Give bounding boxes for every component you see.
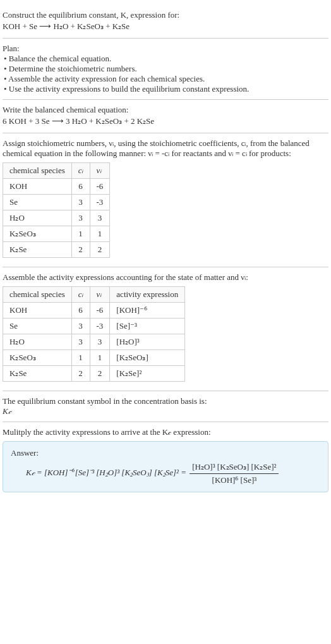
- v-cell: -3: [90, 319, 110, 334]
- species-cell: H₂O: [3, 210, 72, 226]
- answer-label: Answer:: [11, 448, 320, 458]
- intro-section: Construct the equilibrium constant, K, e…: [3, 5, 328, 39]
- expr-cell: [K₂Se]²: [110, 366, 185, 382]
- balanced-equation: 6 KOH + 3 Se ⟶ 3 H₂O + K₂SeO₃ + 2 K₂Se: [3, 116, 328, 126]
- v-cell: -3: [90, 195, 110, 210]
- plan-section: Plan: • Balance the chemical equation. •…: [3, 39, 328, 100]
- c-cell: 6: [71, 179, 90, 195]
- table-header: cᵢ: [71, 163, 90, 179]
- balanced-section: Write the balanced chemical equation: 6 …: [3, 100, 328, 133]
- balanced-heading: Write the balanced chemical equation:: [3, 105, 328, 115]
- plan-item: • Determine the stoichiometric numbers.: [4, 64, 328, 74]
- table-header: νᵢ: [90, 163, 110, 179]
- fraction-denominator: [KOH]⁶ [Se]³: [190, 474, 279, 485]
- c-cell: 3: [71, 319, 90, 334]
- v-cell: 2: [90, 366, 110, 382]
- symbol-section: The equilibrium constant symbol in the c…: [3, 391, 328, 422]
- table-row: KOH 6 -6: [3, 179, 110, 195]
- species-cell: H₂O: [3, 334, 72, 350]
- intro-line1: Construct the equilibrium constant, K, e…: [3, 10, 179, 20]
- activity-heading: Assemble the activity expressions accoun…: [3, 272, 328, 283]
- species-cell: K₂SeO₃: [3, 350, 72, 366]
- c-cell: 3: [71, 210, 90, 226]
- expr-cell: [Se]⁻³: [110, 319, 185, 334]
- v-cell: 1: [90, 226, 110, 242]
- table-header: νᵢ: [90, 287, 110, 303]
- c-cell: 2: [71, 242, 90, 258]
- stoich-table: chemical species cᵢ νᵢ KOH 6 -6 Se 3 -3 …: [3, 162, 110, 258]
- intro-text: Construct the equilibrium constant, K, e…: [3, 10, 328, 20]
- table-header: activity expression: [110, 287, 185, 303]
- species-cell: K₂SeO₃: [3, 226, 72, 242]
- plan-heading: Plan:: [3, 44, 328, 54]
- c-cell: 6: [71, 303, 90, 319]
- v-cell: 3: [90, 334, 110, 350]
- species-cell: Se: [3, 319, 72, 334]
- c-cell: 1: [71, 226, 90, 242]
- v-cell: 3: [90, 210, 110, 226]
- symbol-text: The equilibrium constant symbol in the c…: [3, 396, 328, 406]
- stoich-text: Assign stoichiometric numbers, νᵢ, using…: [3, 138, 328, 159]
- multiply-section: Mulitply the activity expressions to arr…: [3, 422, 328, 497]
- stoich-section: Assign stoichiometric numbers, νᵢ, using…: [3, 133, 328, 267]
- v-cell: -6: [90, 303, 110, 319]
- expr-cell: [KOH]⁻⁶: [110, 303, 185, 319]
- table-header-row: chemical species cᵢ νᵢ: [3, 163, 110, 179]
- symbol-kc: K𝒸: [3, 406, 328, 416]
- v-cell: -6: [90, 179, 110, 195]
- species-cell: KOH: [3, 179, 72, 195]
- v-cell: 1: [90, 350, 110, 366]
- species-cell: Se: [3, 195, 72, 210]
- table-header: chemical species: [3, 163, 72, 179]
- table-row: H₂O 3 3 [H₂O]³: [3, 334, 185, 350]
- plan-item: • Balance the chemical equation.: [4, 54, 328, 64]
- c-cell: 1: [71, 350, 90, 366]
- plan-item: • Assemble the activity expression for e…: [4, 74, 328, 84]
- activity-table: chemical species cᵢ νᵢ activity expressi…: [3, 286, 185, 382]
- table-row: K₂Se 2 2 [K₂Se]²: [3, 366, 185, 382]
- table-row: H₂O 3 3: [3, 210, 110, 226]
- plan-item: • Use the activity expressions to build …: [4, 84, 328, 94]
- answer-expression: K𝒸 = [KOH]⁻⁶ [Se]⁻³ [H₂O]³ [K₂SeO₃] [K₂S…: [26, 462, 320, 485]
- c-cell: 3: [71, 334, 90, 350]
- table-row: Se 3 -3 [Se]⁻³: [3, 319, 185, 334]
- table-header: chemical species: [3, 287, 72, 303]
- c-cell: 3: [71, 195, 90, 210]
- species-cell: K₂Se: [3, 366, 72, 382]
- table-header-row: chemical species cᵢ νᵢ activity expressi…: [3, 287, 185, 303]
- answer-fraction: [H₂O]³ [K₂SeO₃] [K₂Se]² [KOH]⁶ [Se]³: [190, 462, 279, 485]
- c-cell: 2: [71, 366, 90, 382]
- v-cell: 2: [90, 242, 110, 258]
- answer-lhs: K𝒸 = [KOH]⁻⁶ [Se]⁻³ [H₂O]³ [K₂SeO₃] [K₂S…: [26, 468, 188, 477]
- table-header: cᵢ: [71, 287, 90, 303]
- table-row: K₂SeO₃ 1 1 [K₂SeO₃]: [3, 350, 185, 366]
- intro-equation: KOH + Se ⟶ H₂O + K₂SeO₃ + K₂Se: [3, 21, 328, 32]
- fraction-numerator: [H₂O]³ [K₂SeO₃] [K₂Se]²: [190, 462, 279, 474]
- species-cell: K₂Se: [3, 242, 72, 258]
- table-row: K₂Se 2 2: [3, 242, 110, 258]
- activity-section: Assemble the activity expressions accoun…: [3, 267, 328, 391]
- species-cell: KOH: [3, 303, 72, 319]
- table-row: K₂SeO₃ 1 1: [3, 226, 110, 242]
- multiply-heading: Mulitply the activity expressions to arr…: [3, 427, 328, 437]
- table-row: Se 3 -3: [3, 195, 110, 210]
- expr-cell: [H₂O]³: [110, 334, 185, 350]
- answer-box: Answer: K𝒸 = [KOH]⁻⁶ [Se]⁻³ [H₂O]³ [K₂Se…: [3, 441, 328, 492]
- table-row: KOH 6 -6 [KOH]⁻⁶: [3, 303, 185, 319]
- expr-cell: [K₂SeO₃]: [110, 350, 185, 366]
